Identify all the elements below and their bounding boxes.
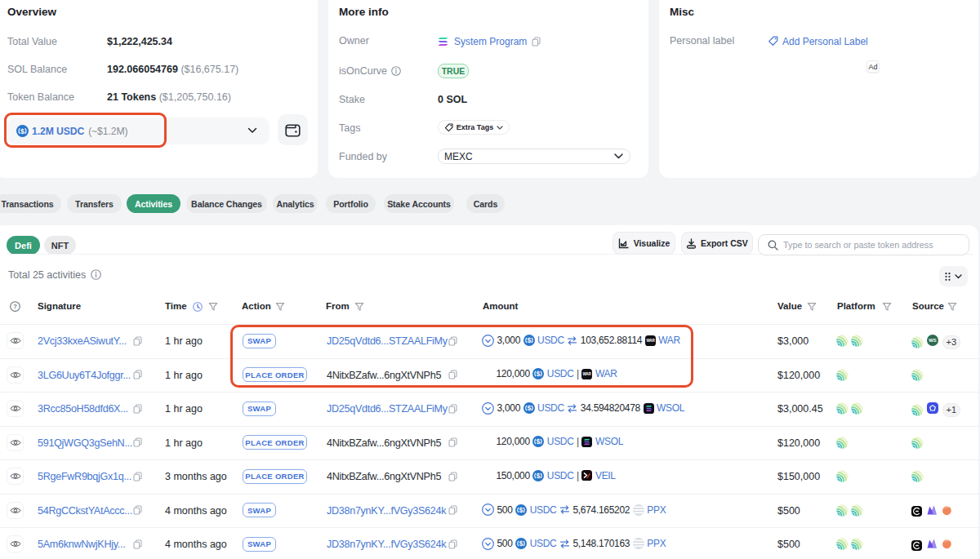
svg-text:$: $: [519, 507, 523, 514]
svg-text:$: $: [519, 540, 523, 548]
svg-text:WS: WS: [929, 339, 936, 344]
svg-text:$: $: [527, 405, 531, 412]
svg-text:$: $: [537, 472, 541, 480]
svg-text:$: $: [537, 438, 541, 446]
svg-text:?: ?: [13, 303, 17, 310]
